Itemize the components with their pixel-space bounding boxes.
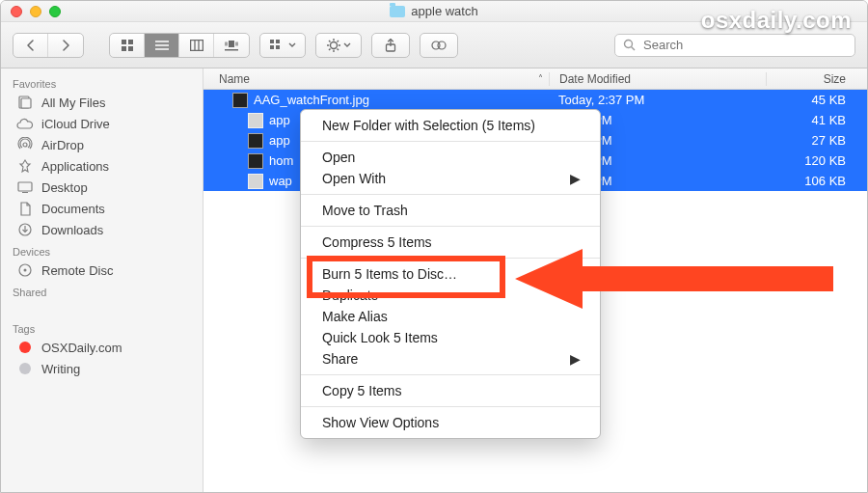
sidebar-heading-tags: Tags bbox=[1, 317, 203, 337]
view-list-button[interactable] bbox=[145, 34, 179, 57]
file-name: wap bbox=[269, 174, 292, 188]
action-button[interactable] bbox=[316, 34, 361, 57]
sidebar-item-downloads[interactable]: Downloads bbox=[1, 219, 203, 240]
sidebar-item-remote-disc[interactable]: Remote Disc bbox=[1, 260, 203, 281]
ctx-quick-look[interactable]: Quick Look 5 Items bbox=[301, 327, 600, 348]
all-files-icon bbox=[16, 95, 34, 110]
search-input[interactable] bbox=[641, 37, 847, 53]
column-date[interactable]: Date Modified bbox=[549, 72, 766, 86]
svg-line-23 bbox=[329, 41, 331, 42]
zoom-button[interactable] bbox=[49, 6, 61, 17]
view-coverflow-button[interactable] bbox=[214, 34, 249, 57]
sidebar-heading-devices: Devices bbox=[1, 240, 203, 260]
folder-icon bbox=[390, 6, 405, 17]
file-size: 120 KB bbox=[766, 153, 867, 168]
view-mode-group bbox=[109, 33, 250, 58]
svg-point-40 bbox=[24, 269, 27, 272]
sidebar-item-label: Downloads bbox=[41, 223, 103, 237]
file-rows[interactable]: AAG_watchFront.jpg Today, 2:37 PM 45 KB … bbox=[203, 90, 867, 492]
column-size-label: Size bbox=[824, 72, 846, 86]
ctx-view-options[interactable]: Show View Options bbox=[301, 412, 600, 433]
sidebar-item-documents[interactable]: Documents bbox=[1, 198, 203, 219]
search-field[interactable] bbox=[614, 34, 855, 57]
ctx-open-with[interactable]: Open With▶ bbox=[301, 168, 600, 189]
view-icon-button[interactable] bbox=[110, 34, 145, 57]
downloads-icon bbox=[16, 222, 34, 237]
ctx-move-to-trash[interactable]: Move to Trash bbox=[301, 200, 600, 221]
column-size[interactable]: Size bbox=[766, 72, 867, 86]
file-name: app bbox=[269, 113, 290, 127]
sidebar-item-label: iCloud Drive bbox=[41, 117, 110, 131]
finder-window: osxdaily.com apple watch bbox=[0, 0, 868, 493]
arrange-button[interactable] bbox=[260, 34, 305, 57]
sidebar-item-icloud[interactable]: iCloud Drive bbox=[1, 113, 203, 134]
documents-icon bbox=[16, 201, 34, 216]
ctx-separator bbox=[301, 194, 600, 195]
window-body: Favorites All My Files iCloud Drive AirD… bbox=[1, 68, 867, 492]
ctx-separator bbox=[301, 258, 600, 259]
ctx-new-folder[interactable]: New Folder with Selection (5 Items) bbox=[301, 115, 600, 136]
column-name-label: Name bbox=[219, 72, 250, 86]
file-size: 41 KB bbox=[766, 113, 867, 127]
tags-button[interactable] bbox=[420, 33, 458, 58]
ctx-open[interactable]: Open bbox=[301, 147, 600, 168]
ctx-burn[interactable]: Burn 5 Items to Disc… bbox=[301, 263, 600, 285]
svg-point-31 bbox=[625, 41, 633, 48]
sidebar-item-desktop[interactable]: Desktop bbox=[1, 177, 203, 198]
file-thumb-icon bbox=[248, 153, 263, 169]
view-columns-button[interactable] bbox=[179, 34, 214, 57]
svg-rect-15 bbox=[276, 40, 280, 43]
file-name: app bbox=[269, 133, 290, 148]
ctx-separator bbox=[301, 141, 600, 142]
search-icon bbox=[623, 39, 636, 51]
airdrop-icon bbox=[16, 137, 34, 152]
ctx-copy[interactable]: Copy 5 Items bbox=[301, 380, 600, 401]
sidebar-item-label: Writing bbox=[41, 362, 80, 376]
file-row[interactable]: AAG_watchFront.jpg Today, 2:37 PM 45 KB bbox=[203, 90, 867, 110]
close-button[interactable] bbox=[11, 6, 22, 17]
svg-point-35 bbox=[23, 143, 27, 147]
minimize-button[interactable] bbox=[30, 6, 41, 17]
svg-rect-0 bbox=[122, 40, 126, 44]
back-button[interactable] bbox=[14, 34, 48, 57]
svg-line-26 bbox=[329, 48, 331, 50]
file-name: AAG_watchFront.jpg bbox=[254, 93, 369, 107]
submenu-arrow-icon: ▶ bbox=[570, 351, 581, 367]
svg-line-32 bbox=[632, 47, 636, 51]
submenu-arrow-icon: ▶ bbox=[570, 171, 581, 186]
share-button[interactable] bbox=[371, 33, 410, 58]
window-title-text: apple watch bbox=[411, 4, 477, 18]
sidebar-item-applications[interactable]: Applications bbox=[1, 155, 203, 177]
file-list-pane: Name ˄ Date Modified Size AAG_watchFront… bbox=[203, 68, 867, 492]
ctx-compress[interactable]: Compress 5 Items bbox=[301, 232, 600, 253]
forward-button[interactable] bbox=[48, 34, 83, 57]
svg-rect-10 bbox=[229, 41, 234, 47]
sidebar-item-label: Applications bbox=[41, 159, 109, 174]
column-name[interactable]: Name ˄ bbox=[203, 72, 549, 86]
ctx-make-alias[interactable]: Make Alias bbox=[301, 306, 600, 327]
action-group bbox=[315, 33, 362, 58]
svg-rect-14 bbox=[270, 40, 274, 43]
sidebar-item-label: Documents bbox=[41, 202, 105, 216]
tag-icon bbox=[16, 361, 34, 376]
sidebar-tag-writing[interactable]: Writing bbox=[1, 358, 203, 379]
sidebar-heading-shared: Shared bbox=[1, 281, 203, 300]
sidebar[interactable]: Favorites All My Files iCloud Drive AirD… bbox=[1, 68, 203, 492]
svg-rect-2 bbox=[122, 46, 126, 51]
svg-line-25 bbox=[337, 41, 339, 42]
sidebar-item-label: Desktop bbox=[41, 180, 88, 195]
svg-rect-13 bbox=[225, 49, 238, 51]
file-thumb-icon bbox=[248, 133, 263, 149]
sidebar-item-all-my-files[interactable]: All My Files bbox=[1, 92, 203, 113]
remote-disc-icon bbox=[16, 262, 34, 278]
file-thumb-icon bbox=[232, 93, 248, 108]
ctx-duplicate[interactable]: Duplicate bbox=[301, 285, 600, 306]
svg-point-30 bbox=[438, 41, 446, 49]
sidebar-item-airdrop[interactable]: AirDrop bbox=[1, 134, 203, 155]
ctx-share[interactable]: Share▶ bbox=[301, 348, 600, 370]
sidebar-tag-osxdaily[interactable]: OSXDaily.com bbox=[1, 337, 203, 358]
file-size: 106 KB bbox=[766, 174, 867, 188]
context-menu: New Folder with Selection (5 Items) Open… bbox=[300, 109, 601, 439]
watermark-text: osxdaily.com bbox=[701, 7, 852, 34]
svg-rect-17 bbox=[276, 45, 280, 49]
